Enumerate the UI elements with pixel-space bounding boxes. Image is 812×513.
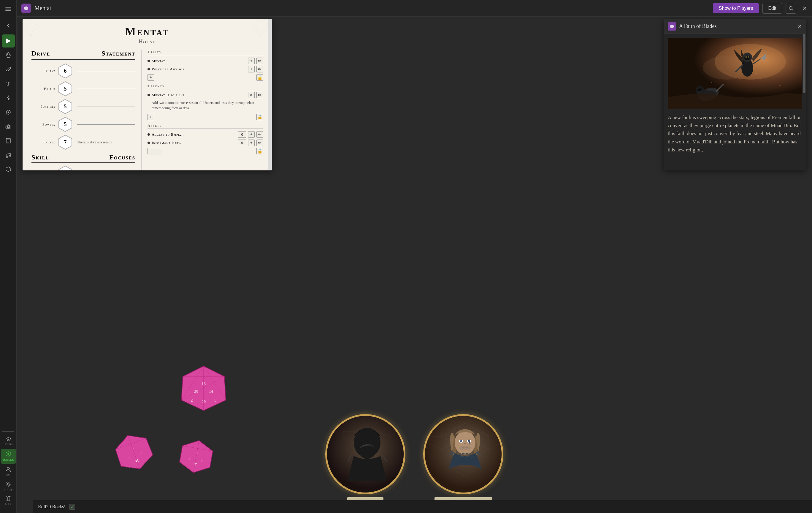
asset-edit-access[interactable]: ✏ — [256, 131, 263, 138]
sidebar-item-play[interactable] — [2, 34, 15, 48]
svg-line-18 — [6, 440, 8, 441]
add-talent-button[interactable]: + — [147, 114, 154, 120]
trait-add-political[interactable]: + — [248, 66, 255, 73]
svg-text:18: 18 — [202, 382, 206, 386]
sidebar-item-tools[interactable] — [2, 106, 15, 119]
faith-panel-icon — [668, 22, 676, 31]
svg-point-36 — [789, 6, 792, 9]
faith-scrollbar[interactable] — [803, 34, 806, 93]
mentat-topbar: Mentat Show to Players Edit ✕ — [17, 0, 812, 17]
token-fremen-warrior[interactable] — [423, 414, 503, 494]
justice-line — [77, 107, 135, 107]
trait-name-political: Political Advisor — [152, 67, 246, 72]
drive-row-truth: Truth: 7 There is always a reason. — [31, 135, 135, 150]
svg-marker-32 — [6, 496, 11, 501]
svg-point-104 — [455, 431, 475, 455]
asset-add-informant[interactable]: + — [248, 140, 255, 146]
sidebar-item-cloud[interactable] — [2, 120, 15, 133]
focuses-label: Focuses — [110, 153, 135, 161]
edit-button[interactable]: Edit — [762, 3, 782, 13]
trait-add-mentat[interactable]: + — [248, 58, 255, 64]
power-badge[interactable]: 5 — [58, 117, 73, 132]
sheet-subtitle: House — [31, 38, 263, 45]
show-to-players-button[interactable]: Show to Players — [713, 3, 759, 13]
talent-dot-mentat — [147, 94, 150, 96]
asset-row-access: Access to Empl... 0 + ✏ — [147, 131, 263, 138]
die-d20-medium[interactable]: 14 20 13 17 — [175, 436, 216, 477]
die-d20-large[interactable]: 18 20 14 2 20 8 — [180, 365, 227, 412]
die-d20-small-left[interactable]: 14 11 18 11 4 8 — [109, 428, 159, 477]
lock-talent-button[interactable]: 🔒 — [256, 114, 263, 120]
svg-point-96 — [358, 438, 376, 459]
assets-header: Assets — [147, 123, 263, 129]
trait-dot-mentat — [147, 60, 150, 62]
trait-edit-political[interactable]: ✏ — [256, 66, 263, 73]
svg-point-60 — [755, 73, 757, 75]
skill-focuses-header: Skill Focuses — [31, 153, 135, 163]
talent-description-mentat: Add two automatic successes on all Under… — [152, 100, 263, 111]
traits-header: Traits — [147, 50, 263, 55]
faith-topbar: A Faith of Blades ✕ — [664, 19, 806, 34]
justice-badge[interactable]: 5 — [58, 99, 73, 114]
trait-edit-mentat[interactable]: ✏ — [256, 58, 263, 64]
talent-add-row: + 🔒 — [147, 114, 263, 120]
svg-text:20: 20 — [194, 389, 198, 394]
sidebar-item-tokens[interactable]: Tokens — [1, 449, 16, 464]
svg-rect-97 — [425, 416, 503, 494]
svg-marker-5 — [6, 95, 10, 101]
skill-label: Skill — [31, 153, 49, 161]
drive-row-faith: Faith: 5 — [31, 81, 135, 96]
mentat-close-button[interactable]: ✕ — [802, 5, 807, 12]
svg-point-16 — [9, 155, 10, 157]
sidebar-item-notes[interactable] — [2, 134, 15, 147]
roll20-checkbox[interactable] — [69, 504, 75, 510]
sheet-scrollbar[interactable] — [268, 19, 272, 170]
sidebar-item-lightning[interactable] — [2, 91, 15, 105]
duty-badge[interactable]: 6 — [58, 63, 73, 79]
asset-value-informant: 0 — [238, 140, 246, 146]
sidebar-item-gm[interactable]: GM — [1, 465, 16, 479]
power-line — [77, 124, 135, 125]
trait-add-row: + 🔒 — [147, 74, 263, 81]
faith-close-button[interactable]: ✕ — [798, 23, 802, 30]
sidebar-item-map[interactable]: Map — [1, 494, 16, 508]
svg-marker-17 — [6, 167, 11, 172]
svg-marker-44 — [670, 25, 674, 28]
faith-value: 5 — [64, 86, 67, 92]
token-assassin[interactable] — [325, 414, 405, 494]
svg-rect-11 — [6, 138, 10, 143]
sidebar-item-layers[interactable]: Layers — [1, 435, 16, 448]
svg-point-52 — [748, 56, 749, 58]
sidebar-item-text[interactable]: T — [2, 77, 15, 90]
statement-label: Statement — [102, 50, 135, 57]
justice-value: 5 — [64, 104, 67, 110]
add-trait-button[interactable]: + — [147, 74, 154, 81]
sidebar-item-pencil[interactable] — [2, 63, 15, 76]
talent-edit-mentat[interactable]: ✏ — [256, 92, 263, 98]
battle-badge[interactable]: 5 — [58, 165, 73, 170]
talent-row-mentat: Mentat Discipline ✕ ✏ — [147, 92, 263, 98]
drive-row-justice: Justice: 5 — [31, 99, 135, 114]
mentat-title: Mentat — [34, 5, 709, 11]
faith-badge[interactable]: 5 — [58, 81, 73, 96]
sidebar-item-dice[interactable] — [2, 163, 15, 176]
asset-add-access[interactable]: + — [248, 131, 255, 138]
sidebar-item-hand[interactable] — [2, 49, 15, 62]
sidebar-item-collapse[interactable] — [2, 19, 15, 32]
search-button[interactable] — [786, 3, 796, 13]
asset-lock-extra[interactable]: 🔒 — [256, 148, 263, 154]
justice-label: Justice: — [31, 104, 55, 109]
sidebar-item-jukebox[interactable] — [2, 148, 15, 162]
svg-point-51 — [746, 56, 747, 58]
roll20-bar: Roll20 Rocks! — [33, 500, 812, 513]
svg-point-50 — [744, 56, 750, 60]
asset-edit-informant[interactable]: ✏ — [256, 140, 263, 146]
sidebar-item-light[interactable]: Light — [1, 480, 16, 493]
talent-remove-mentat[interactable]: ✕ — [248, 92, 255, 98]
lock-trait-button[interactable]: 🔒 — [256, 74, 263, 81]
sidebar-item-menu[interactable] — [2, 2, 15, 16]
svg-marker-35 — [24, 6, 28, 10]
map-label: Map — [2, 503, 15, 506]
trait-name-mentat: Mentat — [152, 58, 246, 63]
truth-badge[interactable]: 7 — [58, 135, 73, 150]
